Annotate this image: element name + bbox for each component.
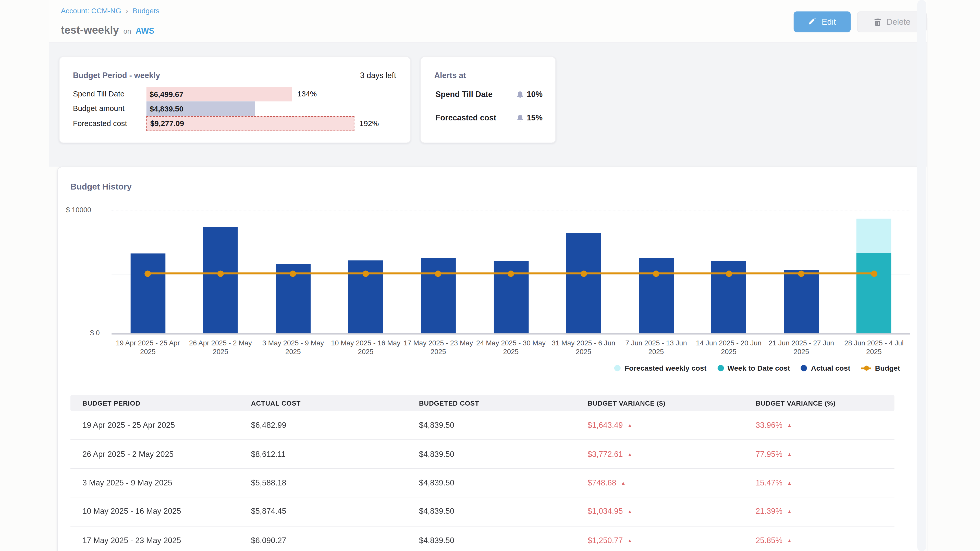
forecasted-cost-percent: 192% [360,119,379,128]
cell-budgeted-cost: $4,839.50 [407,478,576,487]
budget-point[interactable] [363,270,369,277]
trash-icon [873,17,881,26]
cell-actual-cost: $5,874.45 [239,507,407,516]
x-axis-label: 7 Jun 2025 - 13 Jun 2025 [620,338,692,356]
variance-up-icon: ▲ [627,509,632,514]
cell-budget-period: 26 Apr 2025 - 2 May 2025 [70,449,239,458]
forecasted-cost-value: $9,277.09 [147,119,184,128]
days-left-label: 3 days left [360,71,396,80]
x-axis-line [111,333,910,334]
actual-cost-bar[interactable] [421,258,456,333]
breadcrumb-budgets-link[interactable]: Budgets [133,7,159,14]
edit-button[interactable]: Edit [794,11,851,32]
cell-variance-usd: $748.68▲ [576,478,743,487]
spend-till-date-value: $6,499.67 [146,89,183,98]
budget-point[interactable] [871,270,877,277]
on-label: on [124,27,131,35]
bell-icon [516,90,524,98]
x-axis-label: 31 May 2025 - 6 Jun 2025 [548,338,619,356]
column-header: ACTUAL COST [239,399,407,407]
cell-budgeted-cost: $4,839.50 [407,421,576,430]
budget-point[interactable] [508,270,514,277]
legend-swatch [801,365,807,372]
cell-budget-period: 17 May 2025 - 23 May 2025 [70,536,239,545]
budget-amount-value: $4,839.50 [146,104,183,113]
x-axis-label: 3 May 2025 - 9 May 2025 [258,338,328,356]
budget-history-table: BUDGET PERIODACTUAL COSTBUDGETED COSTBUD… [70,395,894,551]
alerts-card: Alerts at Spend Till Date 10% Forecasted… [420,56,556,143]
title-row: test-weekly on AWS [61,24,154,37]
cell-variance-usd: $1,643.49▲ [576,421,743,430]
actual-cost-bar[interactable] [203,227,238,333]
cell-budget-period: 3 May 2025 - 9 May 2025 [70,478,239,487]
breadcrumb-account-link[interactable]: Account: CCM-NG [61,7,121,14]
legend-label: Actual cost [811,364,850,372]
legend-item[interactable]: Week to Date cost [717,364,790,372]
budget-point[interactable] [725,270,732,277]
cell-variance-pct: 21.39%▲ [743,507,894,516]
column-header: BUDGET VARIANCE ($) [576,399,743,407]
column-header: BUDGETED COST [407,399,576,407]
table-header-row: BUDGET PERIODACTUAL COSTBUDGETED COSTBUD… [70,395,894,411]
legend-label: Budget [875,364,900,372]
cloud-provider-label: AWS [135,26,154,35]
week-to-date-cost-bar[interactable] [856,253,891,333]
actual-cost-bar[interactable] [639,258,674,333]
cell-budgeted-cost: $4,839.50 [407,449,576,458]
page-scrollbar[interactable] [917,0,926,551]
budget-point[interactable] [217,270,224,277]
budget-period-card-title: Budget Period - weekly [73,71,160,80]
budget-point[interactable] [653,270,659,277]
actual-cost-bar[interactable] [130,253,165,333]
cell-budgeted-cost: $4,839.50 [407,536,576,545]
cell-actual-cost: $6,482.99 [239,421,407,430]
variance-up-icon: ▲ [620,480,626,486]
table-row: 26 Apr 2025 - 2 May 2025$8,612.11$4,839.… [70,440,894,469]
table-row: 10 May 2025 - 16 May 2025$5,874.45$4,839… [70,497,894,526]
content-edge-divider [927,18,927,551]
pencil-icon [808,18,817,26]
variance-up-icon: ▲ [787,480,792,486]
breadcrumb: Account: CCM-NG › Budgets [61,6,159,15]
summary-section: Budget Period - weekly 3 days left Spend… [49,42,928,167]
bell-icon [516,114,524,122]
cell-variance-pct: 77.95%▲ [743,449,894,458]
actual-cost-bar[interactable] [784,270,819,333]
budget-history-title: Budget History [70,182,132,191]
x-axis-label: 14 Jun 2025 - 20 Jun 2025 [693,338,764,356]
legend-swatch [614,365,621,372]
x-axis-label: 10 May 2025 - 16 May 2025 [330,338,401,356]
x-axis-label: 26 Apr 2025 - 2 May 2025 [185,338,256,356]
edit-button-label: Edit [822,17,836,27]
chevron-right-icon: › [126,6,128,15]
budget-history-card: Budget History $ 10000 $ 0 Forecasted we… [57,167,922,551]
cell-actual-cost: $6,090.27 [239,536,407,545]
delete-button-label: Delete [886,17,910,27]
budget-point[interactable] [580,270,587,277]
y-axis-tick-zero: $ 0 [90,329,100,337]
page-title: test-weekly [61,24,119,37]
delete-button[interactable]: Delete [857,11,927,32]
alert-forecast-percent: 15% [527,114,542,122]
alerts-card-title: Alerts at [434,71,466,80]
actual-cost-bar[interactable] [566,233,601,333]
cell-variance-pct: 15.47%▲ [743,478,894,487]
budget-period-card: Budget Period - weekly 3 days left Spend… [59,56,411,143]
x-axis-label: 28 Jun 2025 - 4 Jul 2025 [838,338,909,356]
budget-amount-label: Budget amount [73,101,144,116]
legend-label: Week to Date cost [727,364,790,372]
legend-item[interactable]: Forecasted weekly cost [614,364,706,372]
alert-spend-label: Spend Till Date [435,90,493,99]
alert-spend-percent: 10% [527,90,542,99]
variance-up-icon: ▲ [787,451,792,457]
legend-item[interactable]: Actual cost [801,364,850,372]
column-header: BUDGET VARIANCE (%) [743,399,894,407]
alert-forecast-label: Forecasted cost [435,114,496,122]
column-header: BUDGET PERIOD [70,399,239,407]
legend-swatch [717,365,724,372]
legend-item[interactable]: Budget [861,364,900,372]
cell-variance-usd: $1,034.95▲ [576,507,743,516]
cell-budget-period: 19 Apr 2025 - 25 Apr 2025 [70,421,239,430]
table-row: 3 May 2025 - 9 May 2025$5,588.18$4,839.5… [70,468,894,497]
spend-till-date-bar: $6,499.67 [146,87,292,101]
